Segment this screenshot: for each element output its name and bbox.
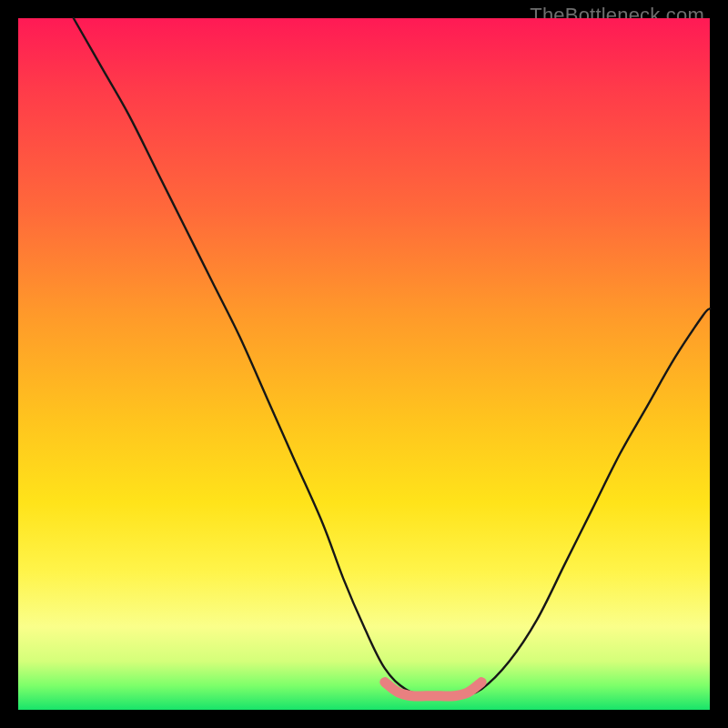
chart-frame: TheBottleneck.com bbox=[0, 0, 728, 728]
curve-layer bbox=[18, 18, 710, 710]
plot-area bbox=[18, 18, 710, 710]
black-curve-path bbox=[74, 18, 710, 696]
